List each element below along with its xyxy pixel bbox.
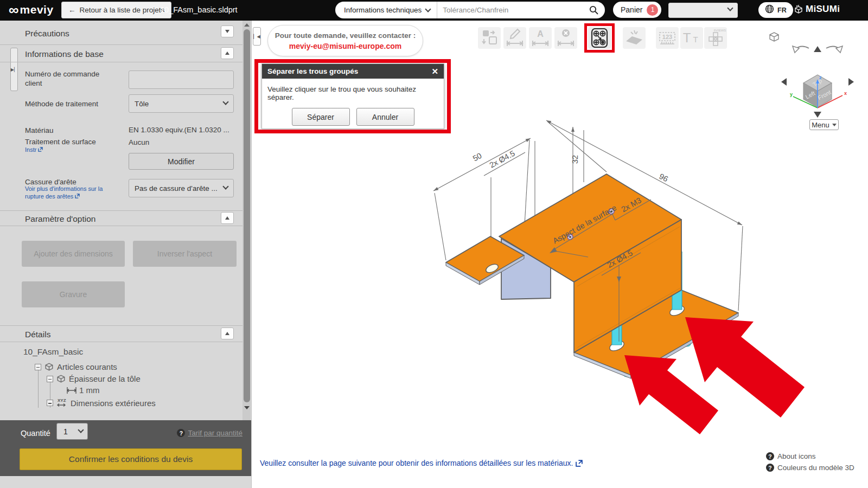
tree-collapse-icon[interactable] (47, 400, 53, 406)
rotate-cw-icon[interactable] (826, 46, 843, 53)
back-to-projects-button[interactable]: ← Retour à la liste de projets (61, 2, 171, 18)
search-input[interactable]: Tolérance/Chanfrein (437, 6, 589, 14)
divider (0, 210, 242, 211)
measure-123-icon: 123 (657, 28, 678, 48)
section-basic-info: Informations de base (25, 49, 104, 59)
tree-node-thickness[interactable]: Épaisseur de la tôle (47, 373, 141, 384)
search-category-dropdown[interactable]: Informations techniques (335, 6, 437, 14)
divider (0, 325, 242, 326)
instr-link[interactable]: Instr (25, 146, 43, 154)
text-tool-button[interactable]: TT (680, 27, 703, 49)
text-tool-icon: TT (681, 28, 702, 48)
sidebar-scrollbar[interactable] (242, 21, 251, 420)
external-link-icon (38, 147, 43, 152)
section-options: Paramètre d'option (25, 214, 95, 224)
divider (0, 342, 242, 342)
dim-32: 32 (571, 155, 579, 164)
cube-icon (55, 373, 67, 384)
grouped-holes-button[interactable] (588, 27, 611, 49)
materials-info-link[interactable]: Veuillez consulter la page suivante pour… (260, 459, 583, 467)
grouped-holes-icon (589, 28, 610, 48)
triangle-up-icon (225, 52, 229, 55)
meviy-logo-icon: ∞ (9, 2, 19, 17)
label-holes-top: 2x Ø4.5 (488, 149, 516, 169)
scroll-up-icon[interactable] (244, 23, 250, 27)
tree-root-node[interactable]: 10_FAsm_basic (23, 347, 83, 357)
svg-text:z: z (819, 75, 822, 80)
model-colors-link[interactable]: ? Couleurs du modèle 3D (766, 464, 854, 472)
svg-text:y: y (790, 92, 793, 97)
divider (0, 62, 242, 62)
scrollbar-thumb[interactable] (244, 29, 250, 402)
question-icon: ? (766, 452, 774, 460)
back-arrow-icon: ← (68, 6, 76, 14)
tree-collapse-icon[interactable] (47, 376, 53, 382)
header-empty-select[interactable] (668, 3, 738, 18)
chevron-down-icon (425, 6, 431, 12)
edge-break-select[interactable]: Pas de cassure d'arête ... (129, 179, 234, 197)
rotate-ccw-icon[interactable] (793, 46, 809, 53)
measure-123-button[interactable]: 123 (656, 27, 679, 49)
svg-text:123: 123 (662, 34, 672, 40)
cancel-button[interactable]: Annuler (356, 108, 414, 126)
view-menu-button[interactable]: Menu (809, 119, 839, 130)
svg-text:XYZ: XYZ (58, 398, 66, 403)
engraving-button[interactable]: Gravure (22, 281, 125, 307)
delete-dimension-button[interactable] (554, 27, 577, 49)
surface-finish-button[interactable] (623, 27, 646, 49)
xyz-icon: XYZ (55, 397, 68, 408)
meviy-logo[interactable]: ∞ meviy (9, 2, 54, 17)
options-collapse-button[interactable] (221, 212, 234, 224)
separate-holes-dialog: Séparer les trous groupés ✕ Veuillez cli… (261, 63, 444, 129)
modify-button[interactable]: Modifier (129, 153, 234, 170)
about-icons-link[interactable]: ? About icons (766, 452, 816, 460)
tree-collapse-icon[interactable] (35, 364, 41, 370)
confirm-quote-button[interactable]: Confirmer les conditions du devis (20, 448, 242, 470)
tree-node-articles[interactable]: Articles courants (35, 361, 117, 373)
cart-button[interactable]: Panier 1 (613, 2, 661, 18)
svg-text:A: A (537, 29, 544, 38)
tree-connector (38, 369, 39, 408)
edit-dimension-button[interactable] (503, 27, 526, 49)
pan-right-icon[interactable] (848, 78, 854, 86)
triangle-down-icon (832, 124, 837, 126)
edge-break-info-link[interactable]: Voir plus d'informations sur la rupture … (25, 185, 112, 200)
tree-node-1mm[interactable]: 1 mm (66, 386, 100, 395)
sidebar-collapse-handle[interactable]: ▶▏ (10, 48, 18, 91)
pan-down-icon[interactable] (814, 112, 821, 118)
precautions-expand-button[interactable] (221, 25, 234, 37)
pan-left-icon[interactable] (781, 78, 787, 86)
details-collapse-button[interactable] (221, 328, 234, 339)
view-cube-widget[interactable]: Top Left Front y x z (759, 29, 857, 134)
scroll-down-icon[interactable] (244, 406, 250, 409)
svg-text:6VIEWS: 6VIEWS (714, 29, 726, 32)
method-label: Méthode de traitement (25, 99, 98, 108)
globe-icon (765, 4, 774, 16)
dimension-text-button[interactable]: A (529, 27, 552, 49)
close-icon[interactable]: ✕ (431, 67, 438, 75)
viewport-3d[interactable]: 50 2x Ø4.5 32 96 2x M3 Aspect de la surf… (251, 21, 868, 488)
six-views-button[interactable]: 6VIEWS (704, 27, 727, 49)
tariff-link[interactable]: ? Tarif par quantité (177, 429, 242, 437)
replace-part-icon (479, 28, 500, 48)
order-number-input[interactable] (129, 70, 234, 89)
pan-up-icon[interactable] (814, 46, 821, 52)
search-icon[interactable] (589, 5, 598, 15)
quantity-select[interactable]: 1 (56, 423, 88, 440)
invert-aspect-button[interactable]: Inverser l'aspect (133, 241, 237, 267)
chevron-down-icon (222, 183, 228, 189)
replace-part-button[interactable] (478, 27, 501, 49)
misumi-cube-icon (794, 4, 803, 14)
chevron-down-icon (78, 427, 84, 433)
question-icon: ? (766, 464, 774, 472)
language-button[interactable]: FR (758, 2, 793, 18)
cube-mini-icon[interactable] (770, 33, 778, 41)
dialog-title-bar[interactable]: Séparer les trous groupés ✕ (262, 64, 444, 79)
separate-button[interactable]: Séparer (292, 108, 350, 126)
quantity-label: Quantité (21, 429, 50, 438)
tree-node-dimensions[interactable]: XYZ Dimensions extérieures (47, 397, 156, 408)
basic-info-collapse-button[interactable] (221, 47, 234, 59)
add-dimensions-button[interactable]: Ajouter des dimensions (22, 241, 125, 267)
method-select[interactable]: Tôle (129, 94, 234, 113)
surface-label: Traitement de surface (25, 137, 96, 146)
